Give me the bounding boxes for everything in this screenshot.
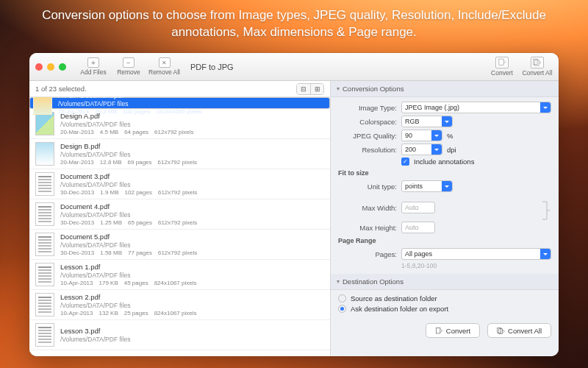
jpeg-quality-unit: %	[447, 132, 453, 140]
svg-rect-0	[499, 59, 503, 65]
remove-icon	[123, 57, 135, 68]
add-files-icon	[87, 57, 99, 68]
conversion-options-title: Conversion Options	[343, 85, 404, 93]
svg-rect-3	[436, 328, 440, 333]
file-path: /Volumes/DATA/PDF files	[60, 121, 193, 128]
file-row[interactable]: Document 4.pdf/Volumes/DATA/PDF files30-…	[29, 199, 330, 230]
max-height-label: Max Height:	[338, 224, 397, 232]
convert-all-label: Convert All	[522, 69, 552, 77]
file-list-panel: 1 of 23 selected. ⊟ ⊞ A PDF Document.pdf…	[29, 81, 331, 356]
options-panel: ▾ Conversion Options Image Type: JPEG Im…	[331, 81, 559, 356]
max-width-label: Max Width:	[338, 204, 397, 212]
file-row[interactable]: Document 5.pdf/Volumes/DATA/PDF files30-…	[29, 230, 330, 260]
file-name: Lesson 1.pdf	[60, 263, 196, 271]
file-row[interactable]: Lesson 2.pdf/Volumes/DATA/PDF files10-Ap…	[29, 290, 330, 320]
convert-label: Convert	[491, 69, 513, 77]
view-mode-2-icon[interactable]: ⊞	[310, 84, 323, 94]
destination-options-header[interactable]: ▾ Destination Options	[331, 274, 559, 290]
convert-all-button-label: Convert All	[508, 327, 542, 335]
traffic-lights[interactable]	[35, 63, 66, 71]
file-thumbnail	[35, 233, 54, 256]
remove-label: Remove	[117, 68, 140, 76]
link-dimensions-icon[interactable]	[541, 200, 551, 221]
window-title: PDF to JPG	[190, 63, 234, 71]
max-height-input[interactable]: Auto	[401, 222, 435, 233]
file-path: /Volumes/DATA/PDF files	[60, 272, 196, 279]
file-thumbnail	[35, 142, 54, 166]
selection-bar: 1 of 23 selected. ⊟ ⊞	[29, 81, 330, 97]
convert-all-toolbar-button[interactable]: Convert All	[522, 57, 553, 77]
unit-type-value: points	[405, 183, 423, 190]
remove-button[interactable]: Remove	[113, 57, 144, 76]
remove-all-icon	[159, 57, 171, 68]
conversion-options-header[interactable]: ▾ Conversion Options	[331, 81, 559, 97]
file-row[interactable]: Lesson 1.pdf/Volumes/DATA/PDF files10-Ap…	[29, 260, 330, 290]
chevron-down-icon: ▾	[337, 278, 340, 285]
jpeg-quality-label: JPEG Quality:	[338, 132, 397, 140]
resolution-value: 200	[405, 146, 416, 153]
image-type-select[interactable]: JPEG Image (.jpg)	[401, 102, 551, 113]
pages-value: All pages	[405, 250, 432, 258]
view-mode-1-icon[interactable]: ⊟	[297, 84, 310, 94]
close-window-icon[interactable]	[35, 63, 43, 71]
pages-select[interactable]: All pages	[401, 248, 551, 260]
file-row[interactable]: Document 3.pdf/Volumes/DATA/PDF files30-…	[29, 169, 330, 199]
marketing-caption: Conversion options to choose from Image …	[0, 7, 588, 41]
ask-folder-radio[interactable]	[338, 305, 346, 313]
file-thumbnail	[35, 323, 54, 347]
colorspace-value: RGB	[405, 118, 420, 125]
image-type-value: JPEG Image (.jpg)	[405, 104, 459, 111]
colorspace-label: Colorspace:	[338, 118, 397, 126]
unit-type-select[interactable]: points	[401, 180, 453, 192]
max-width-input[interactable]: Auto	[401, 202, 435, 213]
jpeg-quality-select[interactable]: 90	[401, 130, 442, 141]
file-name: Lesson 3.pdf	[60, 327, 131, 335]
file-path: /Volumes/DATA/PDF files	[60, 181, 197, 188]
convert-icon	[495, 57, 509, 68]
file-details: 20-Mar-201312.8 MB69 pages612x792 pixels	[60, 159, 197, 166]
image-type-label: Image Type:	[338, 104, 397, 112]
page-range-heading: Page Range	[338, 237, 551, 244]
file-thumbnail	[35, 263, 54, 286]
destination-options-title: Destination Options	[343, 277, 404, 286]
file-row[interactable]: A PDF Document.pdf/Volumes/DATA/PDF file…	[29, 97, 330, 109]
convert-all-button[interactable]: Convert All	[487, 323, 551, 338]
include-annotations-checkbox[interactable]: ✓	[401, 158, 409, 166]
chevron-down-icon: ▾	[337, 85, 340, 92]
convert-icon	[435, 327, 443, 335]
zoom-window-icon[interactable]	[59, 63, 66, 71]
file-thumbnail	[33, 97, 52, 115]
resolution-unit: dpi	[447, 146, 456, 154]
titlebar: Add Files Remove Remove All PDF to JPG C…	[29, 53, 559, 81]
file-name: Lesson 2.pdf	[60, 293, 196, 301]
convert-toolbar-button[interactable]: Convert	[487, 57, 517, 77]
convert-all-icon	[497, 327, 505, 335]
add-files-button[interactable]: Add Files	[78, 57, 109, 76]
ask-folder-label: Ask destination folder on export	[351, 305, 448, 313]
file-path: /Volumes/DATA/PDF files	[60, 151, 197, 158]
file-row[interactable]: Design B.pdf/Volumes/DATA/PDF files20-Ma…	[29, 139, 330, 169]
file-name: Design B.pdf	[60, 142, 197, 150]
convert-button[interactable]: Convert	[426, 323, 480, 338]
include-annotations-label: Include annotations	[414, 158, 474, 166]
minimize-window-icon[interactable]	[47, 63, 54, 71]
file-list[interactable]: A PDF Document.pdf/Volumes/DATA/PDF file…	[29, 97, 330, 356]
file-row[interactable]: Lesson 3.pdf/Volumes/DATA/PDF files	[29, 320, 330, 350]
resolution-label: Resolution:	[338, 146, 397, 154]
file-details: 10-Apr-2013132 KB25 pages824x1067 pixels	[60, 310, 196, 316]
pages-label: Pages:	[338, 250, 397, 258]
source-folder-label: Source as destination folder	[351, 294, 437, 302]
file-name: Document 5.pdf	[60, 233, 197, 241]
file-details: 10-Apr-2013179 KB45 pages824x1067 pixels	[60, 280, 196, 286]
view-mode-toggle[interactable]: ⊟ ⊞	[296, 83, 324, 95]
file-name: A PDF Document.pdf	[58, 97, 202, 99]
add-files-label: Add Files	[80, 68, 106, 76]
resolution-select[interactable]: 200	[401, 144, 442, 155]
colorspace-select[interactable]: RGB	[401, 116, 453, 127]
convert-button-label: Convert	[446, 327, 470, 335]
remove-all-button[interactable]: Remove All	[148, 57, 180, 76]
file-path: /Volumes/DATA/PDF files	[60, 211, 197, 219]
source-folder-radio[interactable]	[338, 294, 346, 302]
file-name: Document 3.pdf	[60, 172, 197, 180]
pages-hint: 1-5,8,20-100	[401, 262, 551, 269]
